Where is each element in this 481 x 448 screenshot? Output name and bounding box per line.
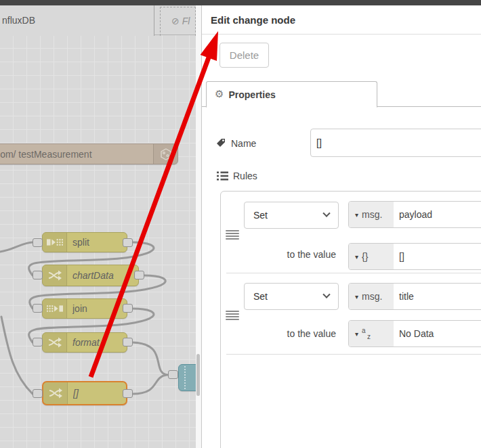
tab-disabled-label: Fl — [182, 16, 190, 26]
split-input-port[interactable] — [33, 238, 43, 247]
rule-2-property-field[interactable]: ▾ msg. title — [348, 283, 481, 310]
teal-node-icon-edge — [184, 366, 186, 389]
node-influxdb[interactable]: data.com/ testMeasurement — [0, 143, 178, 164]
selected-output-port[interactable] — [123, 389, 133, 398]
node-format[interactable]: format — [42, 332, 127, 353]
node-split[interactable]: split — [42, 232, 127, 252]
rule-2-value-type[interactable]: ▾ a z — [349, 321, 394, 346]
rule-2-value: No Data — [394, 321, 434, 346]
rule-1-value: [] — [394, 244, 404, 269]
selected-input-port[interactable] — [33, 389, 43, 398]
rule-2-property-value: title — [394, 284, 414, 309]
node-selected-change[interactable]: [] — [42, 381, 127, 405]
caret-down-icon: ▾ — [355, 253, 358, 261]
rule-2-action-select[interactable]: Set — [244, 283, 339, 310]
tag-icon — [215, 137, 226, 151]
caret-down-icon: ▾ — [355, 330, 358, 338]
rule-1-drag-handle[interactable] — [226, 230, 239, 240]
edit-panel: Edit change node Delete ⚙ Properties Nam… — [201, 5, 481, 448]
rules-container: Set ▾ msg. payload to the value ▾ {} [] — [220, 191, 481, 448]
flow-canvas[interactable]: nfluxDB ⊘Fl data.com/ testMeasurement — [0, 5, 196, 448]
caret-down-icon: ▾ — [355, 293, 358, 300]
panel-title: Edit change node — [211, 5, 295, 35]
node-chartdata-label: chartData — [72, 265, 135, 286]
chartdata-output-port[interactable] — [134, 271, 144, 279]
tab-disabled-flow[interactable]: ⊘Fl — [160, 7, 196, 36]
node-format-label: format — [72, 333, 124, 352]
app-header-bar — [0, 0, 481, 5]
teal-input-port[interactable] — [168, 370, 178, 379]
format-input-port[interactable] — [33, 338, 43, 346]
json-type-icon: {} — [362, 251, 368, 262]
split-output-port[interactable] — [123, 238, 133, 247]
node-join[interactable]: join — [42, 298, 127, 319]
rule-2-to-label: to the value — [275, 328, 336, 339]
string-type-icon: a z — [362, 328, 371, 339]
gear-icon: ⚙ — [215, 89, 224, 99]
tab-influxdb[interactable]: nfluxDB — [0, 5, 154, 36]
rule-1-action-value: Set — [253, 210, 268, 221]
msg-type-label: msg. — [362, 291, 382, 302]
rule-2-property-type[interactable]: ▾ msg. — [349, 284, 394, 309]
wire-into-split — [0, 242, 33, 252]
format-output-port[interactable] — [123, 338, 133, 346]
rule-2-drag-handle[interactable] — [226, 311, 239, 320]
edit-panel-header: Edit change node — [202, 5, 481, 35]
influxdb-logo-icon — [153, 144, 177, 164]
node-selected-label: [] — [73, 382, 123, 404]
rule-1-property-type[interactable]: ▾ msg. — [349, 202, 394, 227]
canvas-scrollbar-thumb[interactable] — [196, 354, 200, 396]
rules-label: Rules — [233, 171, 257, 181]
rule-1-value-field[interactable]: ▾ {} [] — [348, 243, 481, 270]
panel-tab-row: ⚙ Properties — [202, 81, 481, 107]
rule-divider — [226, 273, 481, 273]
circle-slash-icon: ⊘ — [171, 16, 180, 26]
rule-divider — [226, 354, 481, 355]
chevron-down-icon — [322, 291, 330, 298]
rule-2-value-field[interactable]: ▾ a z No Data — [348, 320, 481, 347]
rule-1-property-value: payload — [394, 202, 432, 227]
split-icon — [43, 233, 67, 252]
change-icon — [43, 382, 68, 404]
join-input-port[interactable] — [33, 304, 43, 313]
tab-properties-label: Properties — [228, 89, 275, 100]
node-teal-partial[interactable] — [178, 364, 196, 391]
change-icon — [43, 265, 67, 286]
change-icon — [43, 333, 67, 352]
caret-down-icon: ▾ — [355, 211, 358, 219]
node-join-label: join — [72, 299, 124, 318]
tab-properties[interactable]: ⚙ Properties — [206, 81, 377, 108]
rule-1-action-select[interactable]: Set — [244, 202, 339, 229]
node-red-window: nfluxDB ⊘Fl data.com/ testMeasurement — [0, 0, 481, 448]
rule-1-to-label: to the value — [275, 249, 336, 260]
name-label: Name — [231, 138, 256, 149]
node-split-label: split — [72, 233, 124, 252]
chartdata-input-port[interactable] — [33, 271, 43, 279]
rule-1-property-field[interactable]: ▾ msg. payload — [348, 201, 481, 228]
rule-1-value-type[interactable]: ▾ {} — [349, 244, 394, 269]
msg-type-label: msg. — [362, 209, 382, 220]
wire-selected-teal — [133, 375, 167, 394]
node-influxdb-label: data.com/ testMeasurement — [0, 144, 150, 164]
name-input[interactable] — [310, 129, 481, 157]
rule-2-action-value: Set — [253, 291, 268, 302]
wire-format-teal — [133, 342, 168, 375]
canvas-scrollbar — [196, 5, 201, 448]
list-icon — [217, 171, 228, 183]
node-chartdata[interactable]: chartData — [42, 265, 139, 286]
join-output-port[interactable] — [123, 304, 133, 313]
chevron-down-icon — [322, 210, 330, 217]
delete-button[interactable]: Delete — [219, 43, 269, 68]
wire-into-selected — [1, 317, 33, 394]
join-icon — [43, 299, 67, 318]
